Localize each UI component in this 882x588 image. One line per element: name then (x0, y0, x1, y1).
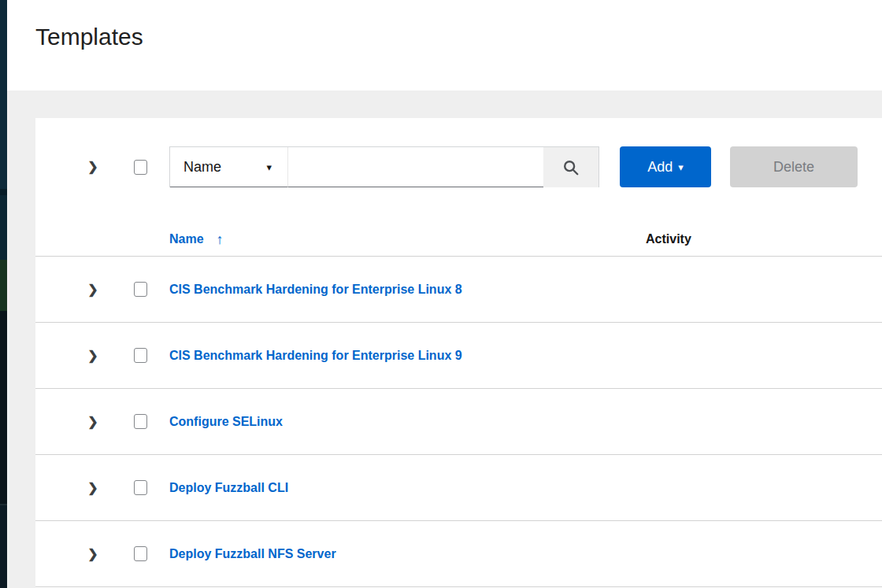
expand-cell: ❯ (82, 416, 104, 428)
template-link[interactable]: Deploy Fuzzball CLI (169, 481, 288, 495)
sort-ascending-icon[interactable]: ↑ (217, 232, 224, 246)
column-header-name-label: Name (169, 232, 204, 246)
templates-list-card: ❯ Name ▾ Add (35, 118, 882, 588)
expand-row-chevron-icon[interactable]: ❯ (87, 349, 98, 362)
table-header-row: Name ↑ Activity (35, 187, 882, 257)
expand-all-chevron-icon[interactable]: ❯ (87, 161, 98, 173)
column-header-name[interactable]: Name ↑ (169, 232, 224, 246)
delete-button[interactable]: Delete (730, 146, 858, 187)
chevron-down-icon: ▾ (678, 162, 684, 172)
expand-cell: ❯ (82, 283, 104, 296)
row-checkbox[interactable] (134, 348, 147, 363)
filter-key-label: Name (183, 159, 221, 176)
search-input[interactable] (288, 147, 543, 187)
app-sidebar-sliver (0, 0, 7, 588)
template-link[interactable]: Configure SELinux (169, 415, 283, 429)
row-checkbox[interactable] (134, 546, 147, 561)
select-all-checkbox[interactable] (134, 160, 147, 175)
template-row: ❯ Configure SELinux (35, 389, 882, 455)
row-checkbox[interactable] (134, 414, 147, 429)
template-row: ❯ Deploy Fuzzball NFS Server (35, 521, 882, 587)
search-filter-group: Name ▾ (169, 146, 599, 187)
row-checkbox[interactable] (134, 480, 147, 495)
template-row: ❯ CIS Benchmark Hardening for Enterprise… (35, 323, 882, 389)
row-checkbox[interactable] (134, 282, 147, 297)
expand-all-cell: ❯ (82, 161, 104, 173)
template-link[interactable]: CIS Benchmark Hardening for Enterprise L… (169, 283, 462, 297)
chevron-down-icon: ▾ (266, 161, 272, 173)
template-link[interactable]: Deploy Fuzzball NFS Server (169, 547, 336, 561)
page-title: Templates (35, 24, 143, 50)
content-background: ❯ Name ▾ Add (7, 91, 882, 588)
add-button-label: Add (647, 159, 673, 176)
expand-row-chevron-icon[interactable]: ❯ (87, 283, 98, 296)
add-button[interactable]: Add ▾ (620, 146, 711, 187)
list-toolbar: ❯ Name ▾ Add (35, 146, 882, 187)
expand-cell: ❯ (82, 349, 104, 362)
search-icon (562, 159, 580, 176)
expand-row-chevron-icon[interactable]: ❯ (87, 548, 98, 560)
expand-row-chevron-icon[interactable]: ❯ (87, 416, 98, 428)
template-row: ❯ Deploy Fuzzball CLI (35, 455, 882, 521)
expand-cell: ❯ (82, 548, 104, 560)
page-header: Templates (7, 0, 882, 91)
filter-key-dropdown[interactable]: Name ▾ (170, 147, 288, 187)
search-button[interactable] (543, 147, 598, 187)
expand-row-chevron-icon[interactable]: ❯ (87, 482, 98, 494)
column-header-activity: Activity (646, 232, 691, 246)
template-row: ❯ CIS Benchmark Hardening for Enterprise… (35, 257, 882, 323)
template-link[interactable]: CIS Benchmark Hardening for Enterprise L… (169, 349, 462, 363)
delete-button-label: Delete (773, 159, 814, 176)
expand-cell: ❯ (82, 482, 104, 494)
